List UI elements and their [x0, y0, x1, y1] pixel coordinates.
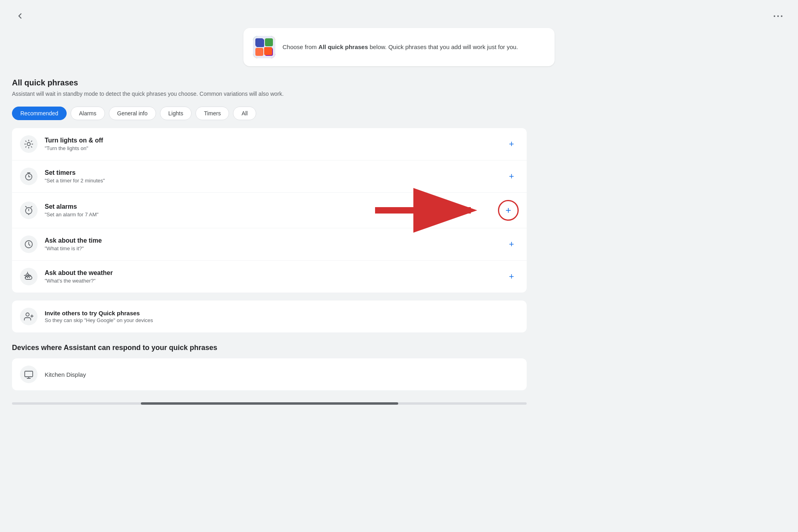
invite-text: Invite others to try Quick phrases So th…: [45, 310, 153, 323]
filter-tab-all[interactable]: All: [233, 107, 256, 120]
phrase-example-timers: "Set a timer for 2 minutes": [45, 178, 504, 184]
phrase-name-alarms: Set alarms: [45, 203, 498, 210]
phrase-example-lights: "Turn the lights on": [45, 145, 504, 151]
device-name: Kitchen Display: [45, 371, 86, 378]
phrase-item-weather: Ask about the weather "What's the weathe…: [12, 261, 527, 293]
svg-line-12: [31, 146, 32, 147]
add-button-time[interactable]: +: [504, 237, 519, 251]
svg-point-0: [774, 15, 775, 17]
filter-tab-timers[interactable]: Timers: [196, 107, 229, 120]
bold-text: All quick phrases: [318, 44, 368, 50]
phrase-item-alarms: Set alarms "Set an alarm for 7 AM" +: [12, 193, 527, 228]
phrase-name-timers: Set timers: [45, 169, 504, 176]
phrase-text-weather: Ask about the weather "What's the weathe…: [45, 269, 504, 284]
phrase-text-time: Ask about the time "What time is it?": [45, 237, 504, 251]
svg-point-8: [27, 142, 30, 146]
invite-icon: [20, 308, 38, 325]
main-content: All quick phrases Assistant will wait in…: [0, 74, 539, 417]
phrase-item-time: Ask about the time "What time is it?" +: [12, 228, 527, 261]
filter-tab-general-info[interactable]: General info: [109, 107, 156, 120]
back-button[interactable]: [12, 8, 28, 24]
svg-line-16: [31, 141, 32, 141]
phrase-example-weather: "What's the weather?": [45, 278, 504, 284]
info-card: Choose from All quick phrases below. Qui…: [243, 28, 555, 66]
svg-line-15: [26, 146, 26, 147]
section-title: All quick phrases: [12, 78, 527, 87]
filter-tab-lights[interactable]: Lights: [160, 107, 192, 120]
add-button-alarms-highlighted[interactable]: +: [498, 200, 519, 221]
invite-section: Invite others to try Quick phrases So th…: [12, 301, 527, 332]
phrase-name-time: Ask about the time: [45, 237, 504, 244]
info-card-text: Choose from All quick phrases below. Qui…: [282, 43, 518, 52]
devices-title: Devices where Assistant can respond to y…: [12, 344, 527, 352]
phrase-text-timers: Set timers "Set a timer for 2 minutes": [45, 169, 504, 184]
svg-point-1: [777, 15, 779, 17]
alarms-icon: [20, 202, 38, 219]
svg-rect-34: [25, 371, 33, 377]
svg-rect-7: [265, 48, 273, 56]
svg-point-2: [781, 15, 782, 17]
filter-tabs: Recommended Alarms General info Lights T…: [12, 107, 527, 120]
svg-rect-6: [255, 48, 263, 56]
svg-rect-4: [255, 38, 263, 46]
section-subtitle: Assistant will wait in standby mode to d…: [12, 91, 527, 97]
display-icon: [20, 366, 38, 383]
svg-line-11: [26, 141, 26, 141]
svg-rect-5: [265, 38, 273, 46]
phrase-list: Turn lights on & off "Turn the lights on…: [12, 128, 527, 293]
weather-icon: [20, 268, 38, 285]
more-button[interactable]: [770, 8, 786, 24]
add-button-weather[interactable]: +: [504, 269, 519, 284]
phrase-example-alarms: "Set an alarm for 7 AM": [45, 212, 498, 218]
invite-subtitle: So they can skip "Hey Google" on your de…: [45, 317, 153, 323]
add-button-lights[interactable]: +: [504, 137, 519, 151]
filter-tab-alarms[interactable]: Alarms: [71, 107, 105, 120]
svg-line-21: [31, 206, 32, 207]
timers-icon: [20, 168, 38, 185]
scrollbar-thumb: [141, 402, 398, 405]
phrase-text-alarms: Set alarms "Set an alarm for 7 AM": [45, 203, 498, 218]
lights-icon: [20, 135, 38, 153]
phrase-name-lights: Turn lights on & off: [45, 137, 504, 144]
info-card-icon: [253, 36, 275, 58]
invite-title: Invite others to try Quick phrases: [45, 310, 153, 316]
filter-tab-recommended[interactable]: Recommended: [12, 107, 67, 120]
time-icon: [20, 235, 38, 253]
phrase-item-timers: Set timers "Set a timer for 2 minutes" +: [12, 160, 527, 193]
add-button-timers[interactable]: +: [504, 169, 519, 184]
phrase-name-weather: Ask about the weather: [45, 269, 504, 277]
device-item: Kitchen Display: [12, 358, 527, 390]
phrase-example-time: "What time is it?": [45, 245, 504, 251]
svg-line-20: [26, 206, 27, 207]
scrollbar[interactable]: [12, 402, 527, 405]
top-bar: [0, 0, 798, 28]
devices-section: Devices where Assistant can respond to y…: [12, 344, 527, 390]
svg-point-31: [26, 313, 29, 316]
phrase-item-lights: Turn lights on & off "Turn the lights on…: [12, 128, 527, 160]
phrase-text-lights: Turn lights on & off "Turn the lights on…: [45, 137, 504, 151]
